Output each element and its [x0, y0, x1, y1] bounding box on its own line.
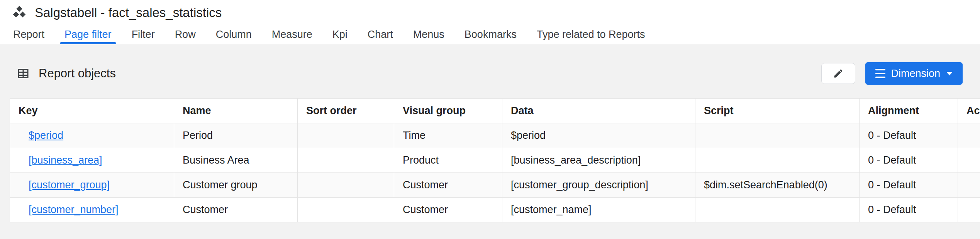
alignment-cell: 0 - Default: [860, 148, 958, 173]
access-cell: [958, 198, 980, 222]
column-header-alignment: Alignment: [860, 99, 958, 123]
column-header-script: Script: [695, 99, 860, 123]
key-link[interactable]: [business_area]: [29, 154, 102, 166]
column-header-access: Acce: [958, 99, 980, 123]
script-cell: [695, 123, 860, 148]
access-cell: [958, 173, 980, 198]
sort-order-cell: [298, 123, 394, 148]
report-objects-table-wrap: Key Name Sort order Visual group Data Sc…: [10, 98, 980, 222]
visual-group-cell: Time: [394, 123, 502, 148]
section-header: Report objects Dimension: [0, 60, 980, 87]
tab-bookmarks[interactable]: Bookmarks: [454, 26, 527, 44]
sort-order-cell: [298, 173, 394, 198]
report-objects-table: Key Name Sort order Visual group Data Sc…: [10, 98, 980, 222]
key-link[interactable]: [customer_group]: [29, 179, 110, 191]
tab-row[interactable]: Row: [165, 26, 206, 44]
name-cell: Business Area: [174, 148, 298, 173]
section-title: Report objects: [39, 67, 116, 80]
tab-report[interactable]: Report: [3, 26, 54, 44]
table-row: [customer_group] Customer group Customer…: [10, 173, 980, 198]
tab-type-related-to-reports[interactable]: Type related to Reports: [527, 26, 655, 44]
dimension-button-label: Dimension: [891, 68, 940, 80]
access-cell: [958, 148, 980, 173]
tab-column[interactable]: Column: [206, 26, 262, 44]
page-title: Salgstabell - fact_sales_statistics: [35, 5, 222, 20]
name-cell: Customer group: [174, 173, 298, 198]
access-cell: [958, 123, 980, 148]
dimension-dropdown-button[interactable]: Dimension: [865, 62, 963, 85]
tab-measure[interactable]: Measure: [262, 26, 322, 44]
table-header: Key Name Sort order Visual group Data Sc…: [10, 99, 980, 123]
table-row: [customer_number] Customer Customer [cus…: [10, 198, 980, 222]
name-cell: Period: [174, 123, 298, 148]
column-header-data: Data: [502, 99, 695, 123]
table-header-row: Key Name Sort order Visual group Data Sc…: [10, 99, 980, 123]
sort-order-cell: [298, 198, 394, 222]
section-actions: Dimension: [821, 62, 963, 85]
column-header-visual-group: Visual group: [394, 99, 502, 123]
script-cell: [695, 148, 860, 173]
data-cell: [customer_name]: [502, 198, 695, 222]
name-cell: Customer: [174, 198, 298, 222]
pencil-icon: [833, 68, 844, 79]
data-cell: $period: [502, 123, 695, 148]
sort-order-cell: [298, 148, 394, 173]
table-row: [business_area] Business Area Product [b…: [10, 148, 980, 173]
table-grid-icon: [16, 67, 30, 80]
data-cell: [business_area_description]: [502, 148, 695, 173]
hamburger-icon: [875, 69, 885, 78]
tab-filter[interactable]: Filter: [122, 26, 165, 44]
tab-menus[interactable]: Menus: [403, 26, 454, 44]
key-link[interactable]: [customer_number]: [29, 204, 119, 215]
data-cell: [customer_group_description]: [502, 173, 695, 198]
alignment-cell: 0 - Default: [860, 173, 958, 198]
tab-bar: Report Page filter Filter Row Column Mea…: [0, 26, 980, 44]
table-row: $period Period Time $period 0 - Default: [10, 123, 980, 148]
column-header-name: Name: [174, 99, 298, 123]
page-body: Report objects Dimension: [0, 44, 980, 239]
visual-group-cell: Customer: [394, 173, 502, 198]
app-header: Salgstabell - fact_sales_statistics: [0, 0, 980, 26]
alignment-cell: 0 - Default: [860, 123, 958, 148]
visual-group-cell: Product: [394, 148, 502, 173]
column-header-sort-order: Sort order: [298, 99, 394, 123]
table-body: $period Period Time $period 0 - Default …: [10, 123, 980, 222]
script-cell: $dim.setSearchEnabled(0): [695, 173, 860, 198]
tab-chart[interactable]: Chart: [358, 26, 403, 44]
script-cell: [695, 198, 860, 222]
caret-down-icon: [946, 72, 953, 75]
tab-kpi[interactable]: Kpi: [322, 26, 358, 44]
alignment-cell: 0 - Default: [860, 198, 958, 222]
visual-group-cell: Customer: [394, 198, 502, 222]
cubes-icon: [12, 5, 27, 20]
edit-button[interactable]: [821, 63, 855, 84]
key-link[interactable]: $period: [29, 130, 63, 141]
tab-page-filter[interactable]: Page filter: [54, 26, 122, 44]
column-header-key: Key: [10, 99, 174, 123]
